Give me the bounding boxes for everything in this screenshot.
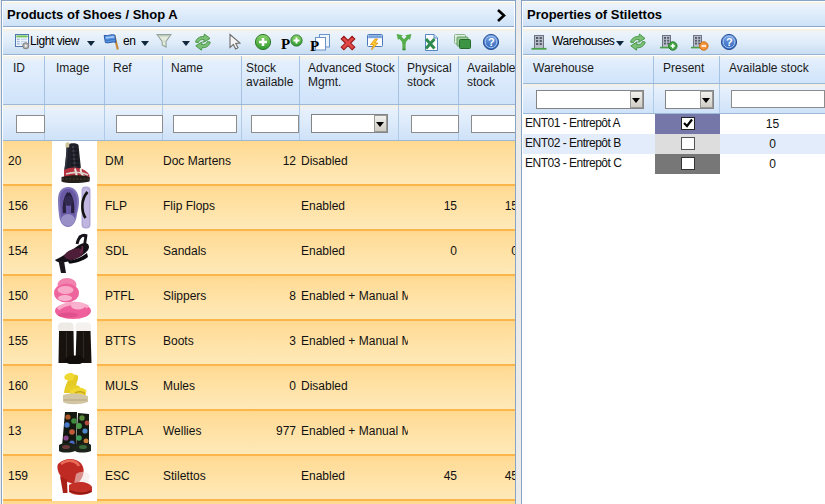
svg-text:P: P <box>310 38 319 53</box>
svg-text:?: ? <box>488 36 495 48</box>
svg-text:?: ? <box>726 36 733 48</box>
svg-text:P: P <box>281 36 290 52</box>
